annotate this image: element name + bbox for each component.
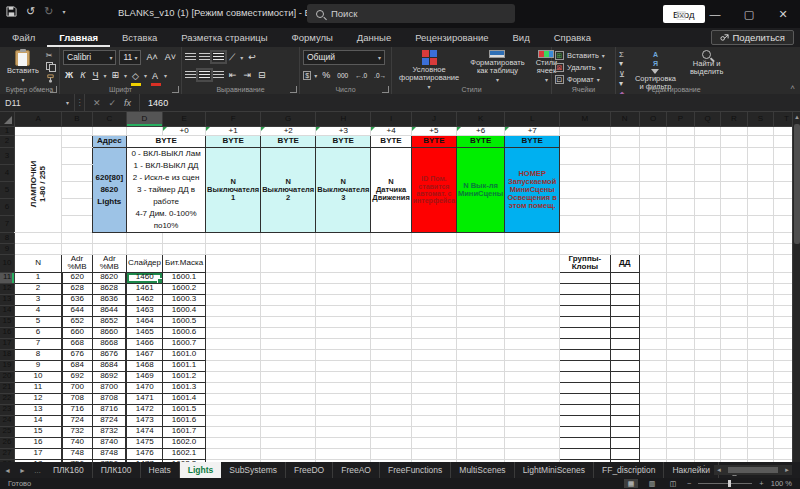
cell[interactable] bbox=[667, 147, 694, 164]
cell[interactable] bbox=[261, 349, 316, 360]
cell[interactable] bbox=[721, 243, 747, 254]
cell[interactable] bbox=[747, 349, 774, 360]
column-header-H[interactable]: H bbox=[316, 112, 371, 126]
cell[interactable] bbox=[505, 316, 560, 327]
cell[interactable] bbox=[411, 426, 456, 437]
redo-icon[interactable]: ↻ bbox=[44, 5, 53, 18]
cell[interactable] bbox=[371, 254, 411, 272]
cell[interactable] bbox=[457, 294, 505, 305]
row-header-16[interactable]: 16 bbox=[0, 327, 15, 338]
cell[interactable] bbox=[371, 426, 411, 437]
cell[interactable] bbox=[371, 382, 411, 393]
row-header-18[interactable]: 18 bbox=[0, 349, 15, 360]
cell-E11[interactable]: 1600.1 bbox=[163, 272, 206, 283]
cell[interactable] bbox=[639, 294, 667, 305]
cell[interactable] bbox=[457, 360, 505, 371]
cell[interactable] bbox=[747, 283, 774, 294]
cell[interactable] bbox=[261, 243, 316, 254]
cell[interactable] bbox=[721, 437, 747, 448]
cell[interactable] bbox=[610, 126, 639, 135]
cell-E13[interactable]: 1600.3 bbox=[163, 294, 206, 305]
column-header-A[interactable]: A bbox=[15, 112, 62, 126]
cell-C19[interactable]: 8684 bbox=[92, 360, 126, 371]
merge-center-icon[interactable]: ⊟ bbox=[256, 70, 268, 80]
cell-E25[interactable]: 1601.7 bbox=[163, 426, 206, 437]
offset-cell-E[interactable]: +0 bbox=[163, 126, 206, 135]
cell[interactable] bbox=[639, 135, 667, 147]
cell[interactable] bbox=[411, 232, 456, 243]
cell[interactable] bbox=[371, 327, 411, 338]
cell[interactable] bbox=[639, 181, 667, 198]
cell-D19[interactable]: 1468 bbox=[126, 360, 162, 371]
cell[interactable] bbox=[747, 371, 774, 382]
cell[interactable] bbox=[694, 164, 721, 181]
cell[interactable] bbox=[694, 147, 721, 164]
cell[interactable] bbox=[667, 448, 694, 459]
cell[interactable] bbox=[457, 232, 505, 243]
cell[interactable] bbox=[261, 437, 316, 448]
cell[interactable] bbox=[667, 294, 694, 305]
cell-M17[interactable] bbox=[560, 338, 610, 349]
cell-E15[interactable]: 1600.5 bbox=[163, 316, 206, 327]
cell-D25[interactable]: 1474 bbox=[126, 426, 162, 437]
cell[interactable] bbox=[667, 371, 694, 382]
cell[interactable] bbox=[694, 338, 721, 349]
cell[interactable] bbox=[639, 338, 667, 349]
align-center-icon[interactable] bbox=[199, 71, 210, 79]
cell-M20[interactable] bbox=[560, 371, 610, 382]
cell[interactable] bbox=[694, 135, 721, 147]
cell[interactable] bbox=[261, 272, 316, 283]
row-header-7[interactable]: 7 bbox=[0, 215, 15, 232]
cell[interactable] bbox=[206, 360, 261, 371]
cell-D20[interactable]: 1469 bbox=[126, 371, 162, 382]
font-dialog-launcher[interactable] bbox=[172, 86, 179, 93]
ribbon-tab-Справка[interactable]: Справка bbox=[542, 28, 603, 47]
cell[interactable] bbox=[721, 215, 747, 232]
byte-body-cell-J[interactable]: ID Пом. ставится автомат. с интерфейса bbox=[411, 147, 456, 232]
ribbon-display-options-icon[interactable]: ▤ bbox=[664, 0, 698, 28]
cell[interactable] bbox=[610, 164, 639, 181]
cell[interactable] bbox=[639, 382, 667, 393]
column-header-M[interactable]: M bbox=[560, 112, 610, 126]
zoom-in-icon[interactable]: + bbox=[759, 479, 763, 488]
cell[interactable] bbox=[667, 437, 694, 448]
cell-N22[interactable] bbox=[610, 393, 639, 404]
cell[interactable] bbox=[667, 181, 694, 198]
cell-M19[interactable] bbox=[560, 360, 610, 371]
cell-B12[interactable]: 628 bbox=[62, 283, 92, 294]
column-header-B[interactable]: B bbox=[62, 112, 92, 126]
cell-E27[interactable]: 1602.1 bbox=[163, 448, 206, 459]
cell-N20[interactable] bbox=[610, 371, 639, 382]
cell[interactable] bbox=[261, 316, 316, 327]
cell[interactable] bbox=[639, 147, 667, 164]
cell[interactable] bbox=[639, 316, 667, 327]
column-header-P[interactable]: P bbox=[667, 112, 694, 126]
cell[interactable] bbox=[747, 316, 774, 327]
sheet-tab-ПЛК160[interactable]: ПЛК160 bbox=[45, 462, 93, 478]
collapse-ribbon-icon[interactable]: ˄ bbox=[790, 83, 795, 92]
cell[interactable] bbox=[206, 305, 261, 316]
cell[interactable] bbox=[206, 448, 261, 459]
cell[interactable] bbox=[316, 426, 371, 437]
cell-M26[interactable] bbox=[560, 437, 610, 448]
cell[interactable] bbox=[667, 254, 694, 272]
cell-D17[interactable]: 1466 bbox=[126, 338, 162, 349]
cell[interactable] bbox=[667, 305, 694, 316]
cell[interactable] bbox=[505, 448, 560, 459]
cell[interactable] bbox=[316, 349, 371, 360]
align-top-icon[interactable] bbox=[185, 53, 196, 61]
cell[interactable] bbox=[694, 215, 721, 232]
cell[interactable] bbox=[206, 349, 261, 360]
column-header-O[interactable]: O bbox=[639, 112, 667, 126]
cell-B16[interactable]: 660 bbox=[62, 327, 92, 338]
cell[interactable] bbox=[371, 243, 411, 254]
name-box[interactable]: D11▾ bbox=[0, 94, 75, 111]
row-header-6[interactable]: 6 bbox=[0, 198, 15, 215]
cell[interactable] bbox=[694, 371, 721, 382]
autosum-icon[interactable]: Σ ▾ bbox=[619, 50, 627, 68]
cell[interactable] bbox=[721, 181, 747, 198]
cell[interactable] bbox=[747, 126, 774, 135]
cell[interactable] bbox=[694, 198, 721, 215]
cell[interactable] bbox=[747, 404, 774, 415]
cell[interactable] bbox=[747, 327, 774, 338]
